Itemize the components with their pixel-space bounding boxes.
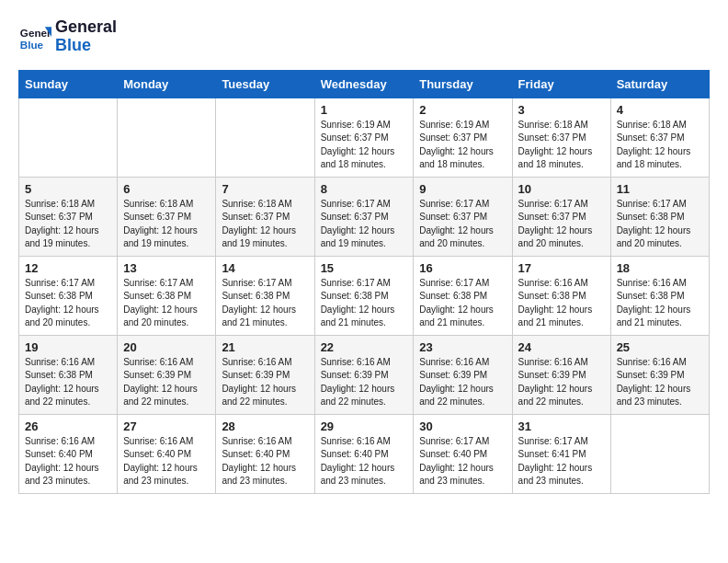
logo-icon: General Blue (18, 20, 51, 53)
day-info: Sunrise: 6:16 AM Sunset: 6:39 PM Dayligh… (617, 356, 703, 409)
day-info: Sunrise: 6:18 AM Sunset: 6:37 PM Dayligh… (25, 198, 111, 251)
day-info: Sunrise: 6:19 AM Sunset: 6:37 PM Dayligh… (419, 119, 506, 172)
day-info: Sunrise: 6:17 AM Sunset: 6:40 PM Dayligh… (419, 435, 506, 488)
page-header: General Blue General Blue (18, 18, 710, 55)
calendar-week-row: 1Sunrise: 6:19 AM Sunset: 6:37 PM Daylig… (19, 98, 710, 177)
day-number: 20 (123, 340, 210, 354)
logo-text-general: General (55, 18, 117, 37)
calendar-cell: 21Sunrise: 6:16 AM Sunset: 6:39 PM Dayli… (216, 335, 314, 414)
day-number: 18 (617, 261, 703, 275)
day-number: 23 (419, 340, 506, 354)
calendar-cell (118, 98, 216, 177)
column-header-sunday: Sunday (19, 70, 118, 98)
day-info: Sunrise: 6:17 AM Sunset: 6:38 PM Dayligh… (25, 277, 111, 330)
logo-text-blue: Blue (55, 37, 117, 55)
calendar-cell (216, 98, 314, 177)
column-header-thursday: Thursday (414, 70, 512, 98)
day-number: 2 (419, 103, 506, 117)
day-number: 14 (222, 261, 308, 275)
calendar-cell: 12Sunrise: 6:17 AM Sunset: 6:38 PM Dayli… (19, 256, 118, 335)
column-header-monday: Monday (118, 70, 216, 98)
calendar-cell (19, 98, 118, 177)
day-info: Sunrise: 6:16 AM Sunset: 6:40 PM Dayligh… (222, 435, 308, 488)
calendar-cell: 5Sunrise: 6:18 AM Sunset: 6:37 PM Daylig… (19, 177, 118, 256)
calendar-cell: 28Sunrise: 6:16 AM Sunset: 6:40 PM Dayli… (216, 414, 314, 493)
day-info: Sunrise: 6:17 AM Sunset: 6:38 PM Dayligh… (222, 277, 308, 330)
day-info: Sunrise: 6:18 AM Sunset: 6:37 PM Dayligh… (123, 198, 210, 251)
calendar-cell: 7Sunrise: 6:18 AM Sunset: 6:37 PM Daylig… (216, 177, 314, 256)
calendar-cell: 2Sunrise: 6:19 AM Sunset: 6:37 PM Daylig… (414, 98, 512, 177)
day-number: 11 (617, 182, 703, 196)
calendar-cell: 29Sunrise: 6:16 AM Sunset: 6:40 PM Dayli… (314, 414, 414, 493)
calendar-week-row: 26Sunrise: 6:16 AM Sunset: 6:40 PM Dayli… (19, 414, 710, 493)
calendar-header-row: SundayMondayTuesdayWednesdayThursdayFrid… (19, 70, 710, 98)
calendar-cell: 20Sunrise: 6:16 AM Sunset: 6:39 PM Dayli… (118, 335, 216, 414)
calendar-week-row: 5Sunrise: 6:18 AM Sunset: 6:37 PM Daylig… (19, 177, 710, 256)
day-number: 8 (321, 182, 408, 196)
day-number: 12 (25, 261, 111, 275)
calendar-cell: 22Sunrise: 6:16 AM Sunset: 6:39 PM Dayli… (314, 335, 414, 414)
day-number: 27 (123, 419, 210, 433)
day-number: 31 (518, 419, 605, 433)
day-number: 16 (419, 261, 506, 275)
day-number: 4 (617, 103, 703, 117)
day-number: 19 (25, 340, 111, 354)
calendar-cell: 8Sunrise: 6:17 AM Sunset: 6:37 PM Daylig… (314, 177, 414, 256)
calendar-cell: 18Sunrise: 6:16 AM Sunset: 6:38 PM Dayli… (610, 256, 709, 335)
day-info: Sunrise: 6:17 AM Sunset: 6:37 PM Dayligh… (321, 198, 408, 251)
day-number: 24 (518, 340, 605, 354)
calendar-week-row: 12Sunrise: 6:17 AM Sunset: 6:38 PM Dayli… (19, 256, 710, 335)
day-number: 30 (419, 419, 506, 433)
calendar-cell: 31Sunrise: 6:17 AM Sunset: 6:41 PM Dayli… (512, 414, 610, 493)
day-info: Sunrise: 6:16 AM Sunset: 6:40 PM Dayligh… (123, 435, 210, 488)
day-info: Sunrise: 6:16 AM Sunset: 6:39 PM Dayligh… (518, 356, 605, 409)
day-info: Sunrise: 6:16 AM Sunset: 6:40 PM Dayligh… (25, 435, 111, 488)
column-header-wednesday: Wednesday (314, 70, 414, 98)
calendar-week-row: 19Sunrise: 6:16 AM Sunset: 6:38 PM Dayli… (19, 335, 710, 414)
day-number: 25 (617, 340, 703, 354)
day-number: 9 (419, 182, 506, 196)
day-number: 22 (321, 340, 408, 354)
day-number: 26 (25, 419, 111, 433)
calendar-cell: 10Sunrise: 6:17 AM Sunset: 6:37 PM Dayli… (512, 177, 610, 256)
day-info: Sunrise: 6:16 AM Sunset: 6:39 PM Dayligh… (321, 356, 408, 409)
svg-text:Blue: Blue (20, 38, 44, 50)
calendar-cell: 3Sunrise: 6:18 AM Sunset: 6:37 PM Daylig… (512, 98, 610, 177)
day-number: 13 (123, 261, 210, 275)
calendar-cell: 9Sunrise: 6:17 AM Sunset: 6:37 PM Daylig… (414, 177, 512, 256)
day-info: Sunrise: 6:18 AM Sunset: 6:37 PM Dayligh… (222, 198, 308, 251)
calendar-cell: 26Sunrise: 6:16 AM Sunset: 6:40 PM Dayli… (19, 414, 118, 493)
day-info: Sunrise: 6:17 AM Sunset: 6:37 PM Dayligh… (419, 198, 506, 251)
day-info: Sunrise: 6:17 AM Sunset: 6:38 PM Dayligh… (321, 277, 408, 330)
day-info: Sunrise: 6:16 AM Sunset: 6:38 PM Dayligh… (518, 277, 605, 330)
day-info: Sunrise: 6:17 AM Sunset: 6:38 PM Dayligh… (617, 198, 703, 251)
calendar-cell: 23Sunrise: 6:16 AM Sunset: 6:39 PM Dayli… (414, 335, 512, 414)
calendar-cell: 13Sunrise: 6:17 AM Sunset: 6:38 PM Dayli… (118, 256, 216, 335)
calendar-cell: 17Sunrise: 6:16 AM Sunset: 6:38 PM Dayli… (512, 256, 610, 335)
calendar-cell (610, 414, 709, 493)
day-number: 29 (321, 419, 408, 433)
day-info: Sunrise: 6:17 AM Sunset: 6:38 PM Dayligh… (123, 277, 210, 330)
calendar-cell: 1Sunrise: 6:19 AM Sunset: 6:37 PM Daylig… (314, 98, 414, 177)
day-number: 5 (25, 182, 111, 196)
day-info: Sunrise: 6:18 AM Sunset: 6:37 PM Dayligh… (518, 119, 605, 172)
calendar-cell: 6Sunrise: 6:18 AM Sunset: 6:37 PM Daylig… (118, 177, 216, 256)
calendar-cell: 11Sunrise: 6:17 AM Sunset: 6:38 PM Dayli… (610, 177, 709, 256)
calendar-cell: 27Sunrise: 6:16 AM Sunset: 6:40 PM Dayli… (118, 414, 216, 493)
calendar-cell: 15Sunrise: 6:17 AM Sunset: 6:38 PM Dayli… (314, 256, 414, 335)
day-info: Sunrise: 6:19 AM Sunset: 6:37 PM Dayligh… (321, 119, 408, 172)
calendar-table: SundayMondayTuesdayWednesdayThursdayFrid… (18, 70, 710, 494)
day-number: 21 (222, 340, 308, 354)
day-number: 1 (321, 103, 408, 117)
calendar-cell: 4Sunrise: 6:18 AM Sunset: 6:37 PM Daylig… (610, 98, 709, 177)
day-info: Sunrise: 6:16 AM Sunset: 6:38 PM Dayligh… (617, 277, 703, 330)
calendar-cell: 24Sunrise: 6:16 AM Sunset: 6:39 PM Dayli… (512, 335, 610, 414)
calendar-cell: 16Sunrise: 6:17 AM Sunset: 6:38 PM Dayli… (414, 256, 512, 335)
day-info: Sunrise: 6:16 AM Sunset: 6:39 PM Dayligh… (123, 356, 210, 409)
day-info: Sunrise: 6:17 AM Sunset: 6:38 PM Dayligh… (419, 277, 506, 330)
column-header-saturday: Saturday (610, 70, 709, 98)
column-header-tuesday: Tuesday (216, 70, 314, 98)
day-number: 28 (222, 419, 308, 433)
day-info: Sunrise: 6:16 AM Sunset: 6:38 PM Dayligh… (25, 356, 111, 409)
day-info: Sunrise: 6:16 AM Sunset: 6:40 PM Dayligh… (321, 435, 408, 488)
